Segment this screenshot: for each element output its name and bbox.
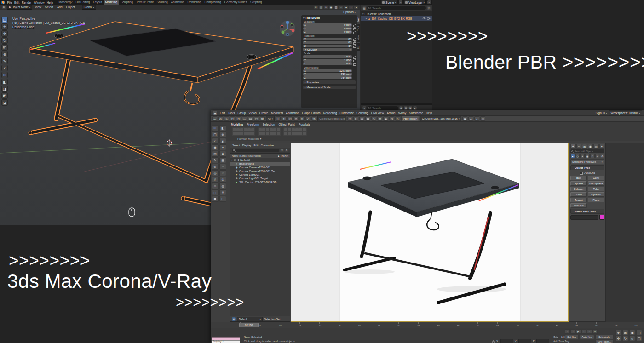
dimensions-y-field[interactable]: Y729 mm: [303, 73, 356, 76]
ribbon-tool-icon[interactable]: [303, 128, 306, 131]
collapse-tool-icon[interactable]: ≡: [219, 164, 226, 170]
workspace-tab-geometry-nodes[interactable]: Geometry Nodes: [223, 0, 248, 5]
timeline-tick[interactable]: 45: [418, 322, 419, 324]
output-properties-icon[interactable]: ▦: [404, 106, 408, 110]
warning-icon[interactable]: ⚠: [395, 116, 400, 121]
sign-in-link[interactable]: Sign In ▾: [596, 111, 607, 114]
properties-search[interactable]: [367, 106, 398, 110]
checkbox-icon[interactable]: [580, 172, 583, 175]
primitive-button-tube[interactable]: Tube: [588, 187, 604, 191]
timeline-tick[interactable]: 95: [616, 322, 616, 324]
ribbon-tool-icon[interactable]: [266, 132, 269, 135]
ribbon-tool-icon[interactable]: [288, 128, 291, 131]
outliner-search-input[interactable]: [372, 7, 425, 10]
ribbon-tool-icon[interactable]: [292, 132, 295, 135]
menu-help[interactable]: Help: [46, 1, 54, 4]
max-menu-views[interactable]: Views: [248, 111, 257, 114]
curve-editor-icon[interactable]: ∿: [371, 116, 376, 121]
primitive-button-plane[interactable]: Plane: [588, 198, 604, 202]
ribbon-tool-icon[interactable]: [299, 128, 302, 131]
x-coord-field[interactable]: [500, 339, 513, 343]
pbr-import-button[interactable]: PBR Import: [401, 116, 419, 121]
lights-category-icon[interactable]: ✶: [580, 154, 585, 158]
fov-icon[interactable]: ◇: [629, 336, 635, 341]
explorer-filter-icon[interactable]: ▽: [280, 149, 284, 152]
go-to-start-button[interactable]: «: [565, 329, 570, 334]
view-layer-selector[interactable]: ViewLayer ▾: [404, 0, 426, 5]
gizmo-toggle-icon[interactable]: ✛: [324, 6, 328, 9]
explorer-search-input[interactable]: [236, 149, 278, 152]
render-production-icon[interactable]: ●: [468, 116, 473, 121]
blender-logo-icon[interactable]: [1, 1, 5, 4]
layer-tool-icon[interactable]: ▤: [212, 151, 218, 157]
object-row[interactable]: ▸ ▲ SM_Cactus_CS-GT2-BK-RGB: [361, 16, 432, 21]
primitive-button-geosphere[interactable]: GeoSphere: [588, 181, 604, 186]
max-menu-civil-view[interactable]: Civil View: [371, 111, 385, 114]
timeline[interactable]: 0 / 100 05101520253035404550556065707580…: [211, 322, 644, 328]
set-key-button[interactable]: Set Key: [565, 335, 579, 339]
systems-category-icon[interactable]: ⚙: [600, 154, 604, 158]
ribbon-tool-icon[interactable]: [259, 132, 262, 135]
lock-icon[interactable]: [353, 45, 356, 47]
ribbon-tool-icon[interactable]: [295, 128, 299, 131]
desk-render[interactable]: [291, 143, 568, 321]
ribbon-tool-icon[interactable]: [240, 132, 243, 135]
zoom-region-icon[interactable]: ▢: [636, 330, 642, 335]
ribbon-tool-icon[interactable]: [259, 128, 262, 131]
annotate-tool-icon[interactable]: ✎: [1, 58, 8, 64]
primitive-button-torus[interactable]: Torus: [570, 192, 587, 197]
workspace-tab-texture-paint[interactable]: Texture Paint: [135, 0, 155, 5]
motion-tab-icon[interactable]: ◉: [588, 144, 593, 149]
time-slider-handle[interactable]: 0 / 100: [239, 323, 259, 327]
shapes-category-icon[interactable]: ◇: [575, 154, 580, 158]
scale-y-field[interactable]: Y1.000: [303, 59, 356, 62]
go-to-end-button[interactable]: »: [587, 329, 592, 334]
timeline-tick[interactable]: 30: [359, 322, 359, 324]
ribbon-tab-selection[interactable]: Selection: [263, 123, 275, 126]
align-icon[interactable]: ≡: [353, 116, 358, 121]
primitive-button-teapot[interactable]: Teapot: [570, 198, 587, 202]
explorer-menu-customize[interactable]: Customize: [261, 144, 274, 147]
box-select-tool-icon[interactable]: ▢: [1, 17, 8, 23]
npanel-tab-item[interactable]: Item: [357, 15, 360, 24]
isolate-selection-icon[interactable]: ◎: [480, 116, 485, 121]
timeline-tick[interactable]: 25: [339, 322, 339, 324]
ribbon-tool-icon[interactable]: [240, 128, 243, 131]
ribbon-tool-icon[interactable]: [244, 132, 247, 135]
solid-shading-icon[interactable]: ●: [344, 6, 348, 9]
uvw-tool-icon[interactable]: ▦: [219, 157, 226, 163]
caret-down-icon[interactable]: ▾: [362, 12, 364, 15]
timeline-tick[interactable]: 35: [379, 322, 379, 324]
key-filters-button[interactable]: Key Filters...: [595, 340, 614, 343]
project-folder-dropdown[interactable]: C:\Users\Vac...3ds Max 2016▾: [420, 116, 461, 121]
measure-tool-icon[interactable]: ∠: [1, 65, 8, 71]
primitives-dropdown[interactable]: Standard Primitives▾: [570, 159, 604, 164]
select-rotate-icon[interactable]: ↻: [282, 116, 287, 121]
dimensions-x-field[interactable]: X1273 mm: [303, 69, 356, 73]
next-frame-button[interactable]: ›: [581, 329, 586, 334]
explorer-row[interactable]: ▾▤0 (default): [230, 158, 290, 162]
max-menu-animation[interactable]: Animation: [286, 111, 300, 114]
shear-tool-icon[interactable]: ◧: [1, 79, 8, 85]
timeline-tick[interactable]: 60: [477, 322, 478, 324]
editor-type-icon[interactable]: ⊞: [2, 6, 6, 9]
overlays-toggle-icon[interactable]: ◉: [329, 6, 333, 9]
explorer-menu-edit[interactable]: Edit: [253, 144, 258, 147]
render-setup-icon[interactable]: ⚙: [389, 116, 394, 121]
units-tool-icon[interactable]: ⊙: [219, 177, 226, 183]
cursor-tool-icon[interactable]: ✛: [1, 23, 8, 30]
scale-z-field[interactable]: Z1.000: [303, 62, 356, 65]
max-menu-create[interactable]: Create: [259, 111, 269, 114]
explorer-row[interactable]: ▲SM_Cactus_CS-GT2-BK-RGB: [230, 180, 290, 184]
frozen-column-header[interactable]: ▲ Frozen: [277, 154, 288, 157]
ribbon-tool-icon[interactable]: [233, 128, 236, 131]
timeline-tick[interactable]: 20: [319, 322, 320, 324]
viewport-menu-view[interactable]: View: [34, 6, 42, 9]
max-menu-scripting[interactable]: Scripting: [356, 111, 368, 114]
ribbon-tool-icon[interactable]: [236, 128, 240, 131]
rect-selection-icon[interactable]: ▢: [254, 116, 259, 121]
command-panel-search-input[interactable]: [575, 150, 604, 153]
add-cube-tool-icon[interactable]: ⊞: [1, 72, 8, 78]
npanel-tab-tool[interactable]: Tool: [357, 24, 360, 33]
max-menu-help[interactable]: Help: [426, 111, 432, 114]
